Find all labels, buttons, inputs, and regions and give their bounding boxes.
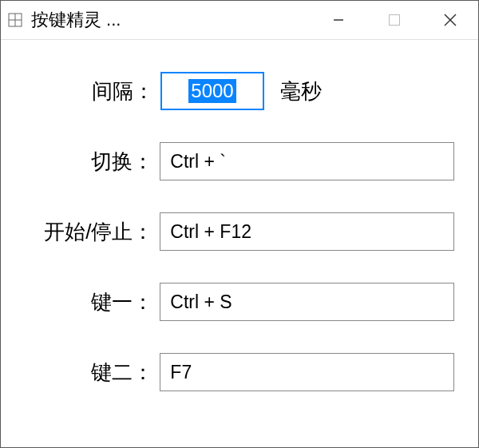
close-button[interactable]	[422, 1, 478, 39]
key2-input[interactable]	[160, 353, 454, 391]
minimize-button[interactable]	[311, 1, 366, 39]
interval-label: 间隔：	[25, 77, 160, 105]
interval-unit: 毫秒	[280, 77, 322, 105]
app-window: 按键精灵 ... 间隔： 5000	[0, 0, 479, 448]
window-controls	[311, 1, 478, 39]
key1-input[interactable]	[160, 283, 454, 321]
startstop-input[interactable]	[160, 212, 454, 251]
startstop-label: 开始/停止：	[25, 218, 160, 246]
app-icon	[7, 12, 23, 28]
switch-input[interactable]	[160, 142, 454, 180]
switch-row: 切换：	[25, 142, 454, 180]
maximize-icon	[389, 14, 400, 26]
titlebar: 按键精灵 ...	[1, 1, 478, 40]
maximize-button[interactable]	[366, 1, 422, 39]
interval-value: 5000	[188, 79, 236, 103]
key1-label: 键一：	[25, 288, 160, 316]
window-title: 按键精灵 ...	[31, 8, 121, 32]
key2-row: 键二：	[25, 353, 454, 391]
switch-label: 切换：	[25, 148, 160, 176]
key2-label: 键二：	[25, 359, 160, 387]
key1-row: 键一：	[25, 283, 454, 321]
form-content: 间隔： 5000 毫秒 切换： 开始/停止： 键一： 键二：	[1, 40, 478, 447]
interval-input[interactable]: 5000	[160, 72, 264, 110]
interval-row: 间隔： 5000 毫秒	[25, 72, 454, 110]
startstop-row: 开始/停止：	[25, 212, 454, 251]
